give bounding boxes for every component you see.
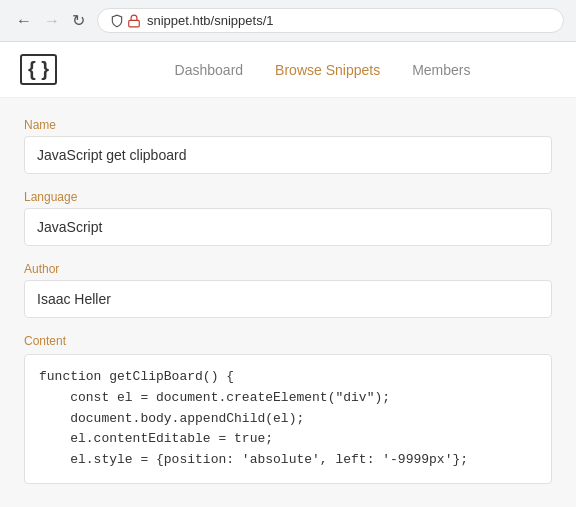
content-label: Content: [24, 334, 552, 348]
author-label: Author: [24, 262, 552, 276]
nav-dashboard[interactable]: Dashboard: [175, 62, 244, 78]
name-label: Name: [24, 118, 552, 132]
address-bar[interactable]: snippet.htb/snippets/1: [97, 8, 564, 33]
main-content: Name JavaScript get clipboard Language J…: [0, 98, 576, 507]
shield-icon: [110, 14, 124, 28]
name-value: JavaScript get clipboard: [24, 136, 552, 174]
language-value: JavaScript: [24, 208, 552, 246]
language-label: Language: [24, 190, 552, 204]
language-field-group: Language JavaScript: [24, 190, 552, 246]
url-text: snippet.htb/snippets/1: [147, 13, 273, 28]
code-line-3: document.body.appendChild(el);: [39, 409, 537, 430]
svg-rect-0: [129, 20, 140, 26]
nav-browse-snippets[interactable]: Browse Snippets: [275, 62, 380, 78]
code-line-2: const el = document.createElement("div")…: [39, 388, 537, 409]
site-nav: { } Dashboard Browse Snippets Members: [0, 42, 576, 98]
forward-button[interactable]: →: [40, 11, 64, 31]
browser-chrome: ← → ↻ snippet.htb/snippets/1: [0, 0, 576, 42]
code-block: function getClipBoard() { const el = doc…: [24, 354, 552, 484]
address-icons: [110, 14, 141, 28]
nav-buttons: ← → ↻: [12, 11, 89, 31]
lock-icon: [127, 14, 141, 28]
nav-members[interactable]: Members: [412, 62, 470, 78]
code-line-4: el.contentEditable = true;: [39, 429, 537, 450]
author-field-group: Author Isaac Heller: [24, 262, 552, 318]
author-value: Isaac Heller: [24, 280, 552, 318]
reload-button[interactable]: ↻: [68, 11, 89, 31]
name-field-group: Name JavaScript get clipboard: [24, 118, 552, 174]
logo: { }: [20, 54, 57, 85]
nav-links: Dashboard Browse Snippets Members: [89, 62, 556, 78]
code-line-5: el.style = {position: 'absolute', left: …: [39, 450, 537, 471]
code-line-1: function getClipBoard() {: [39, 367, 537, 388]
back-button[interactable]: ←: [12, 11, 36, 31]
content-field-group: Content function getClipBoard() { const …: [24, 334, 552, 484]
